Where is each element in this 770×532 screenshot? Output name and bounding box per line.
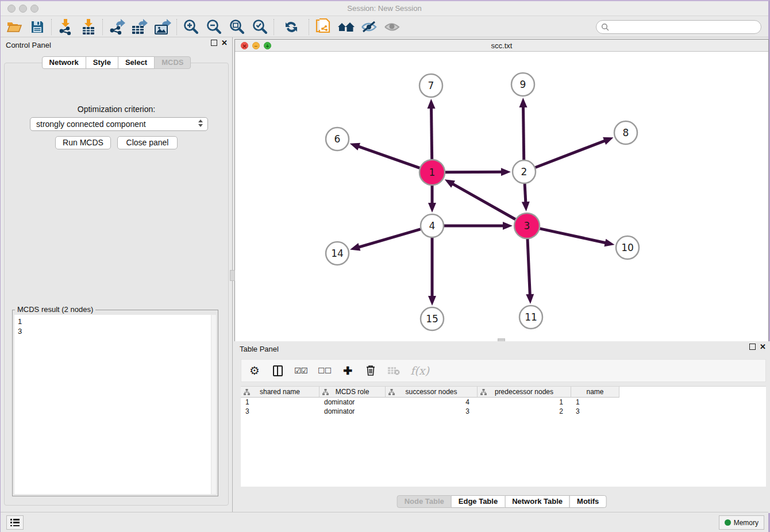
graph-edge-arrowhead: [350, 143, 360, 151]
graph-node-label: 3: [524, 220, 530, 232]
table-cell: 3: [571, 407, 619, 416]
graph-edge[interactable]: [449, 182, 515, 219]
table-cell: dominator: [319, 398, 386, 407]
show-all-networks-icon[interactable]: [334, 18, 357, 36]
toolbar-separator: [309, 19, 309, 35]
zoom-in-icon[interactable]: [179, 18, 202, 36]
graph-edge[interactable]: [431, 105, 432, 159]
graph-node-label: 4: [429, 220, 436, 232]
tab-network[interactable]: Network: [42, 56, 86, 69]
tab-style[interactable]: Style: [86, 56, 118, 69]
graph-edge-arrowhead: [428, 99, 436, 109]
graph-edge-arrowhead: [604, 239, 614, 247]
zoom-fit-icon[interactable]: [225, 18, 248, 36]
table-row[interactable]: 1dominator411: [241, 398, 766, 407]
refresh-icon[interactable]: [280, 18, 303, 36]
vertical-splitter-handle[interactable]: [230, 270, 235, 281]
graph-edge[interactable]: [528, 239, 530, 298]
close-table-panel-icon[interactable]: ✕: [760, 344, 766, 350]
delete-column-icon[interactable]: [364, 364, 377, 377]
mcds-result-title: MCDS result (2 nodes): [15, 305, 95, 314]
graph-edge[interactable]: [523, 103, 523, 160]
float-panel-icon[interactable]: [211, 40, 217, 46]
tab-mcds[interactable]: MCDS: [154, 56, 191, 69]
network-canvas[interactable]: 7968124314101511: [235, 52, 768, 341]
graph-node-label: 9: [520, 79, 526, 90]
table-tabs: Node Table Edge Table Network Table Moti…: [397, 495, 607, 508]
table-row[interactable]: 3dominator323: [241, 407, 766, 416]
import-table-icon[interactable]: [77, 18, 100, 36]
result-scrollbar[interactable]: [211, 315, 216, 494]
float-table-panel-icon[interactable]: [749, 344, 756, 350]
memory-status-icon: [725, 519, 731, 526]
table-cell: 2: [478, 407, 571, 416]
save-session-icon[interactable]: [26, 18, 49, 36]
graph-node-label: 6: [334, 133, 341, 145]
graph-edge[interactable]: [536, 140, 609, 168]
graph-edge-arrowhead: [522, 202, 530, 211]
result-line: 3: [18, 326, 216, 336]
window-title: Session: New Session: [1, 4, 768, 13]
deselect-all-icon[interactable]: ☐☐: [318, 364, 331, 377]
mcds-panel: Optimization criterion: strongly connect…: [4, 63, 229, 506]
network-window-titlebar: ✕ − + scc.txt: [235, 40, 768, 52]
search-input[interactable]: [609, 21, 761, 33]
task-history-button[interactable]: [6, 515, 24, 530]
tab-motifs[interactable]: Motifs: [569, 495, 606, 508]
table-panel-header: Table Panel ✕: [233, 341, 770, 356]
shared-column-icon: [322, 389, 329, 395]
graph-edge[interactable]: [540, 229, 609, 244]
network-view-window: ✕ − + scc.txt 7968124314101511: [234, 39, 769, 341]
tab-edge-table[interactable]: Edge Table: [451, 495, 505, 508]
table-header-row: shared nameMCDS rolesuccessor nodesprede…: [241, 387, 766, 398]
shared-column-icon: [480, 389, 487, 395]
table-cell: 1: [571, 398, 619, 407]
tab-node-table[interactable]: Node Table: [397, 495, 452, 508]
close-panel-icon[interactable]: ✕: [221, 40, 228, 46]
network-canvas-svg: 7968124314101511: [235, 52, 768, 341]
memory-button[interactable]: Memory: [719, 515, 764, 530]
graph-edge-arrowhead: [503, 222, 513, 230]
graph-edge-arrowhead: [350, 243, 360, 250]
graph-edge[interactable]: [445, 172, 505, 172]
add-column-icon[interactable]: ✚: [341, 364, 354, 377]
table-settings-gear-icon[interactable]: ⚙: [248, 364, 261, 377]
graph-edge[interactable]: [356, 229, 421, 248]
graph-edge-arrowhead: [603, 137, 613, 145]
node-table: shared nameMCDS rolesuccessor nodesprede…: [241, 386, 766, 487]
optimization-criterion-label: Optimization criterion:: [5, 105, 228, 114]
open-session-icon[interactable]: [3, 18, 26, 36]
tab-select[interactable]: Select: [118, 56, 155, 69]
close-panel-button[interactable]: Close panel: [117, 136, 178, 149]
column-visibility-icon[interactable]: [271, 364, 284, 377]
delete-table-icon: [387, 364, 400, 377]
main-titlebar: Session: New Session: [1, 1, 768, 16]
graph-edge[interactable]: [355, 145, 419, 168]
column-header-shared-name[interactable]: shared name: [241, 387, 319, 398]
import-network-icon[interactable]: [54, 18, 77, 36]
column-header-successor-nodes[interactable]: successor nodes: [386, 387, 478, 398]
clone-network-icon[interactable]: [311, 18, 334, 36]
toolbar-separator: [51, 19, 52, 35]
export-network-icon[interactable]: [105, 18, 128, 36]
table-cell: 3: [241, 407, 319, 416]
mcds-result-text[interactable]: 1 3: [14, 315, 216, 494]
export-image-icon[interactable]: [151, 18, 174, 36]
zoom-out-icon[interactable]: [202, 18, 225, 36]
column-header-name[interactable]: name: [571, 387, 619, 398]
dropdown-stepper-icon: [198, 119, 203, 127]
search-box: [596, 20, 761, 34]
column-header-predecessor-nodes[interactable]: predecessor nodes: [478, 387, 571, 398]
select-all-icon[interactable]: ☑☑: [294, 364, 307, 377]
column-header-MCDS-role[interactable]: MCDS role: [319, 387, 386, 398]
export-table-icon[interactable]: [128, 18, 151, 36]
graph-node-label: 2: [521, 166, 528, 178]
tab-network-table[interactable]: Network Table: [505, 495, 570, 508]
table-panel-title: Table Panel: [233, 345, 279, 353]
hide-selected-icon[interactable]: [357, 18, 380, 36]
criterion-dropdown[interactable]: strongly connected component: [30, 117, 208, 131]
run-mcds-button[interactable]: Run MCDS: [55, 136, 111, 149]
zoom-selected-icon[interactable]: [248, 18, 271, 36]
main-toolbar: [1, 17, 768, 37]
show-hidden-icon[interactable]: [380, 18, 403, 36]
